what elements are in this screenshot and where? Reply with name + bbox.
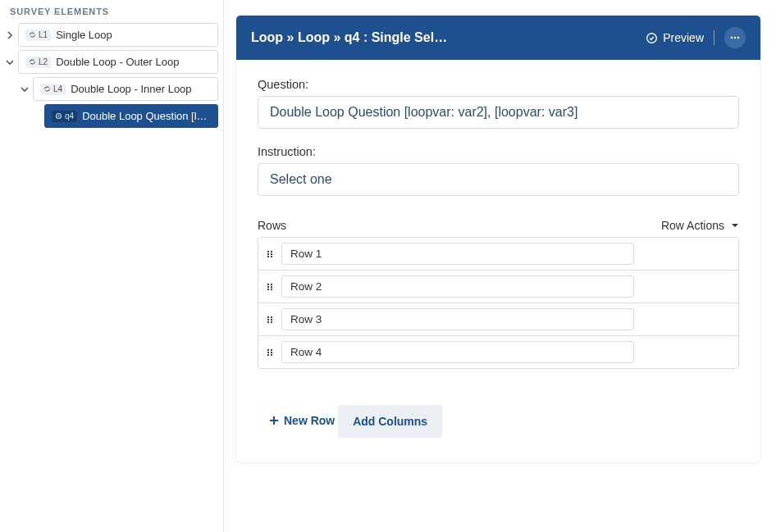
tree-row: L2 Double Loop - Outer Loop [5,50,218,74]
new-row-label: New Row [284,414,335,427]
preview-button[interactable]: Preview [646,31,704,44]
svg-point-3 [731,37,733,39]
ellipsis-icon [729,32,741,43]
tree-item-label: Single Loop [56,29,211,41]
row-label-input[interactable] [281,275,634,298]
drag-handle-icon[interactable] [258,238,281,270]
loop-badge: L4 [40,84,66,95]
loop-badge: L2 [25,57,51,68]
chevron-down-icon[interactable] [5,57,15,67]
loop-badge: L1 [25,30,51,41]
plus-icon [269,416,279,425]
caret-down-icon [731,221,739,230]
tree-item-l2[interactable]: L2 Double Loop - Outer Loop [18,50,218,74]
question-badge: q4 [52,111,77,122]
tree-item-label: Double Loop Question [loopv… [82,110,211,122]
row-input-wrap [281,271,738,302]
tree-item-label: Double Loop - Inner Loop [71,83,211,95]
row-input-wrap [281,336,738,368]
svg-point-15 [271,286,272,288]
drag-handle-icon[interactable] [258,336,281,368]
svg-point-17 [271,289,272,290]
row-label-input[interactable] [281,243,634,265]
badge-code: L1 [39,31,48,39]
rows-table [258,237,739,369]
svg-point-2 [647,33,657,43]
table-row [258,238,738,271]
tree-row: L4 Double Loop - Inner Loop [5,77,218,101]
badge-code: L2 [39,58,48,66]
svg-point-1 [58,116,60,117]
chevron-right-icon[interactable] [5,30,15,40]
main-panel: Loop » Loop » q4 : Single Sel… Preview Q… [224,0,776,532]
tree-row: L1 Single Loop [5,23,218,47]
table-row [258,271,738,303]
instruction-input[interactable]: Select one [258,163,739,196]
badge-code: q4 [65,112,74,120]
rows-label: Rows [258,219,286,232]
row-input-wrap [281,238,738,270]
add-columns-button[interactable]: Add Columns [338,405,442,438]
card-body: Question: Double Loop Question [loopvar:… [236,60,760,462]
drag-handle-icon[interactable] [258,271,281,302]
svg-point-8 [267,253,269,255]
svg-point-13 [271,284,272,285]
sidebar: SURVEY ELEMENTS L1 Single Loop L2 Double… [0,0,224,532]
question-label: Question: [258,78,739,91]
svg-point-14 [267,286,269,288]
svg-point-23 [271,321,272,323]
svg-point-12 [267,284,269,285]
tree-item-q4[interactable]: q4 Double Loop Question [loopv… [44,104,218,128]
svg-point-7 [271,251,272,252]
svg-point-4 [734,37,736,39]
svg-point-28 [267,354,269,356]
breadcrumb: Loop » Loop » q4 : Single Sel… [251,30,447,45]
svg-point-25 [271,349,272,351]
tree-item-l1[interactable]: L1 Single Loop [18,23,218,47]
divider [714,30,714,45]
svg-point-18 [267,316,269,318]
svg-point-27 [271,352,272,353]
svg-point-22 [267,321,269,323]
svg-point-20 [267,319,269,321]
svg-point-9 [271,253,272,255]
svg-point-11 [271,256,272,257]
preview-icon [646,32,658,44]
preview-label: Preview [663,31,704,44]
new-row-button[interactable]: New Row [258,414,335,427]
tree-item-l4[interactable]: L4 Double Loop - Inner Loop [33,77,218,101]
row-label-input[interactable] [281,341,634,363]
row-input-wrap [281,303,738,335]
tree-row: q4 Double Loop Question [loopv… [5,104,218,128]
svg-point-19 [271,316,272,318]
table-row [258,336,738,368]
svg-point-21 [271,319,272,321]
svg-point-16 [267,289,269,290]
instruction-label: Instruction: [258,145,739,158]
svg-point-5 [737,37,739,39]
svg-point-6 [267,251,269,252]
header-actions: Preview [646,27,746,48]
row-label-input[interactable] [281,308,634,330]
chevron-down-icon[interactable] [20,84,30,94]
svg-point-24 [267,349,269,351]
question-input[interactable]: Double Loop Question [loopvar: var2], [l… [258,96,739,129]
more-actions-button[interactable] [724,27,746,48]
drag-handle-icon[interactable] [258,303,281,335]
question-editor-card: Loop » Loop » q4 : Single Sel… Preview Q… [235,15,761,463]
table-row [258,303,738,336]
tree-item-label: Double Loop - Outer Loop [56,56,211,68]
card-header: Loop » Loop » q4 : Single Sel… Preview [236,16,760,60]
svg-point-26 [267,352,269,353]
svg-point-10 [267,256,269,257]
svg-point-29 [271,354,272,356]
row-actions-dropdown[interactable]: Row Actions [661,219,739,232]
badge-code: L4 [53,85,62,93]
sidebar-title: SURVEY ELEMENTS [5,7,218,23]
row-actions-label: Row Actions [661,219,724,232]
rows-header: Rows Row Actions [258,219,739,232]
